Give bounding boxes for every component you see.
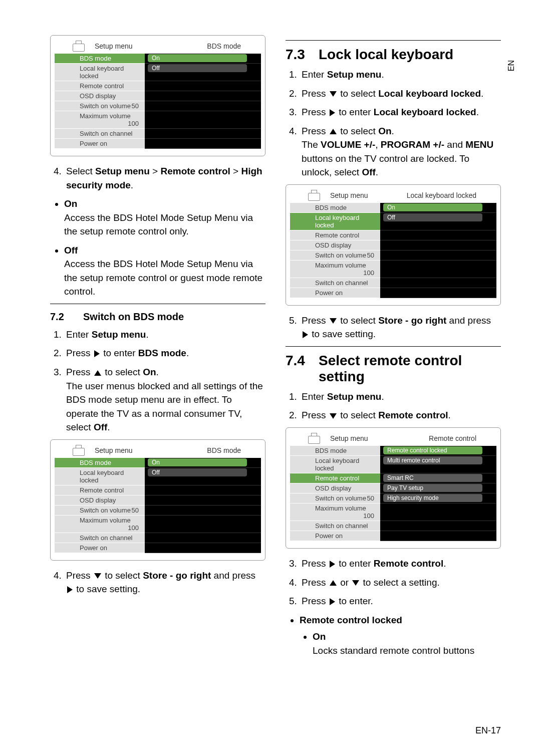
heading-7-4: 7.4 Select remote control setting — [286, 353, 501, 385]
menu-row: Maximum volume100 — [55, 111, 261, 129]
menu-item-label: Maximum volume100 — [55, 516, 145, 533]
menu-row: Local keyboard lockedOff — [55, 468, 261, 485]
menu-item-value — [145, 506, 261, 516]
tv-icon — [72, 445, 86, 456]
menu-item-value — [380, 521, 496, 531]
menu-row: BDS modeOn — [55, 458, 261, 468]
menu-item-label: Switch on channel — [290, 278, 380, 288]
menu-row: Switch on channel — [55, 129, 261, 139]
menu-item-value: Off — [380, 213, 496, 230]
menu-row: Remote control — [55, 81, 261, 91]
down-icon — [330, 413, 337, 419]
menu-item-value — [380, 230, 496, 240]
menu-row: Power on — [55, 139, 261, 149]
menu-item-label: Power on — [55, 139, 145, 149]
s73-5: Press to select Store - go right and pre… — [300, 314, 501, 341]
menu-item-label: BDS mode — [55, 54, 145, 64]
right-icon — [67, 586, 73, 593]
menu-subtitle: BDS mode — [207, 42, 261, 52]
menu-item-label: Remote control — [55, 485, 145, 495]
page-number: EN-17 — [475, 725, 501, 736]
s73-4: Press to select On. The VOLUME +/-, PROG… — [300, 124, 501, 179]
menu-subtitle: Remote control — [429, 434, 496, 444]
down-icon — [330, 91, 337, 97]
s73-1: Enter Setup menu. — [300, 68, 501, 82]
menu-row: Remote control — [55, 485, 261, 495]
menu-item-value: Smart RC — [380, 473, 496, 483]
menu-item-label: Remote control — [290, 230, 380, 240]
menu-item-value — [380, 288, 496, 298]
menu-row: Switch on volume50 — [55, 506, 261, 516]
menu-item-value — [145, 533, 261, 543]
tv-icon — [72, 41, 86, 52]
menu-item-label: Power on — [290, 531, 380, 541]
down-icon — [94, 573, 101, 579]
menu-item-label: Switch on channel — [55, 129, 145, 139]
menu-item-label: Local keyboard locked — [55, 64, 145, 81]
s74-5: Press to enter. — [300, 594, 501, 608]
menu-row: Maximum volume100 — [290, 503, 496, 521]
menu-row: Local keyboard lockedOff — [55, 64, 261, 81]
menu-item-value: Off — [145, 468, 261, 485]
menu-item-label: Switch on volume50 — [55, 101, 145, 111]
left-column: Setup menu BDS mode BDS modeOnLocal keyb… — [50, 35, 265, 662]
menu-item-value — [380, 250, 496, 261]
menu-item-label: BDS mode — [290, 203, 380, 213]
menu-item-label: BDS mode — [290, 446, 380, 456]
menu-item-label: Power on — [290, 288, 380, 298]
menu-item-label: Maximum volume100 — [55, 111, 145, 129]
heading-7-2: 7.2 Switch on BDS mode — [50, 311, 265, 323]
menu-title: Setup menu — [95, 446, 133, 456]
menu-item-label: Switch on volume50 — [290, 493, 380, 503]
off-bullet: Off Access the BDS Hotel Mode Setup Menu… — [64, 243, 265, 299]
menu-subtitle: Local keyboard locked — [407, 191, 496, 201]
right-icon — [330, 598, 335, 605]
menu-subtitle: BDS mode — [207, 446, 261, 456]
menu-item-label: Maximum volume100 — [290, 503, 380, 521]
menu-title: Setup menu — [330, 191, 368, 201]
menu-item-value — [380, 503, 496, 521]
menu-item-value — [380, 278, 496, 288]
menu-row: OSD displayPay TV setup — [290, 483, 496, 493]
menu-item-value — [145, 101, 261, 111]
menu-item-value — [145, 543, 261, 553]
menu-item-value: Pay TV setup — [380, 483, 496, 493]
menu-item-value — [145, 91, 261, 101]
menu-item-label: Switch on volume50 — [290, 250, 380, 261]
menu-item-label: Switch on channel — [290, 521, 380, 531]
menu-title: Setup menu — [95, 42, 133, 52]
menu-item-label: Switch on channel — [55, 533, 145, 543]
menu-row: Maximum volume100 — [55, 516, 261, 533]
menu-row: OSD display — [55, 495, 261, 506]
menu-item-label: Local keyboard locked — [290, 213, 380, 230]
menu-row: Switch on volume50 — [290, 250, 496, 261]
menu-item-value: On — [145, 458, 261, 468]
menu-item-label: OSD display — [55, 495, 145, 506]
menu-item-label: Maximum volume100 — [290, 261, 380, 278]
menu-row: Switch on channel — [290, 278, 496, 288]
menu-row: OSD display — [55, 91, 261, 101]
menu-item-value: Remote control locked — [380, 446, 496, 456]
menu-row: BDS modeOn — [290, 203, 496, 213]
menu-item-label: OSD display — [290, 483, 380, 493]
menu-item-value — [145, 129, 261, 139]
menu-row: Power on — [290, 288, 496, 298]
menu-row: Power on — [290, 531, 496, 541]
menu-item-label: Local keyboard locked — [55, 468, 145, 485]
menu-row: Remote control — [290, 230, 496, 240]
menu-item-value: Off — [145, 64, 261, 81]
menu-item-value: On — [380, 203, 496, 213]
menu-row: BDS modeRemote control locked — [290, 446, 496, 456]
right-column: 7.3 Lock local keyboard Enter Setup menu… — [286, 35, 501, 662]
menu-item-label: BDS mode — [55, 458, 145, 468]
s72-2: Press to enter BDS mode. — [64, 346, 265, 360]
s73-2: Press to select Local keyboard locked. — [300, 87, 501, 101]
menu-item-value: High security mode — [380, 493, 496, 503]
menu-item-value — [145, 516, 261, 533]
menu-item-label: Remote control — [55, 81, 145, 91]
menu-row: BDS modeOn — [55, 54, 261, 64]
heading-7-3: 7.3 Lock local keyboard — [286, 47, 501, 63]
menu-item-value: Multi remote control — [380, 456, 496, 473]
s74-4: Press or to select a setting. — [300, 576, 501, 590]
on-bullet: On Access the BDS Hotel Mode Setup Menu … — [64, 197, 265, 238]
